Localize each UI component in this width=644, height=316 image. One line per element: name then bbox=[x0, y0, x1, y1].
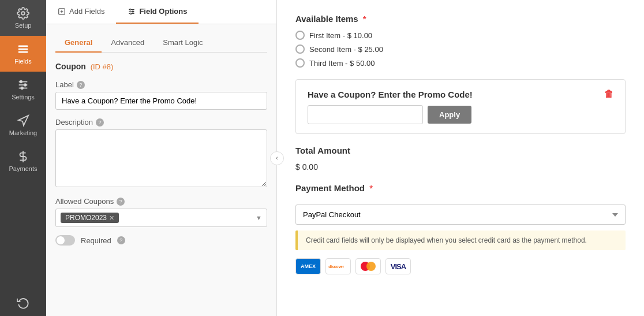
coupon-tag-remove[interactable]: ✕ bbox=[109, 214, 114, 222]
required-row: Required ? bbox=[55, 235, 267, 246]
tab-field-options[interactable]: Field Options bbox=[116, 0, 199, 24]
tab-add-fields[interactable]: Add Fields bbox=[46, 0, 116, 24]
svg-text:discover: discover bbox=[328, 265, 345, 269]
mastercard-icon bbox=[355, 258, 381, 274]
description-help-icon[interactable]: ? bbox=[96, 118, 104, 127]
sidebar-item-setup[interactable]: Setup bbox=[0, 0, 46, 36]
field-panel: Add Fields Field Options General Advance… bbox=[46, 0, 277, 316]
payment-method-title: Payment Method * bbox=[295, 183, 626, 193]
amex-icon: AMEX bbox=[295, 258, 321, 274]
svg-point-22 bbox=[366, 262, 376, 271]
field-title: Coupon (ID #8) bbox=[55, 62, 267, 71]
svg-point-17 bbox=[130, 9, 131, 10]
field-options-icon bbox=[128, 8, 136, 16]
svg-rect-3 bbox=[18, 51, 28, 53]
coupon-code-input[interactable] bbox=[308, 105, 423, 124]
radio-third bbox=[295, 58, 305, 68]
available-items-required-star: * bbox=[361, 14, 366, 24]
svg-point-8 bbox=[24, 84, 27, 86]
sidebar-item-payments[interactable]: Payments bbox=[0, 143, 46, 179]
credit-card-notice: Credit card fields will only be displaye… bbox=[295, 231, 626, 250]
svg-point-18 bbox=[133, 10, 134, 12]
coupon-input-row: Apply bbox=[308, 105, 613, 124]
description-label: Description ? bbox=[55, 118, 267, 127]
allowed-coupons-box[interactable]: PROMO2023 ✕ ▼ bbox=[55, 209, 267, 227]
total-title: Total Amount bbox=[295, 146, 626, 155]
svg-rect-1 bbox=[18, 46, 28, 47]
apply-button[interactable]: Apply bbox=[428, 106, 471, 124]
label-input[interactable] bbox=[55, 92, 267, 110]
collapse-panel-button[interactable]: ‹ bbox=[270, 151, 284, 165]
svg-point-0 bbox=[21, 12, 25, 15]
svg-point-19 bbox=[130, 13, 132, 14]
allowed-coupons-help-icon[interactable]: ? bbox=[117, 198, 125, 206]
add-fields-icon bbox=[58, 8, 66, 16]
sidebar-item-fields-label: Fields bbox=[14, 58, 31, 65]
required-help-icon[interactable]: ? bbox=[117, 236, 125, 244]
sidebar-item-settings[interactable]: Settings bbox=[0, 72, 46, 107]
total-section: Total Amount $ 0.00 bbox=[295, 146, 626, 172]
allowed-coupons-group: Allowed Coupons ? PROMO2023 ✕ ▼ bbox=[55, 197, 267, 227]
sub-tab-advanced[interactable]: Advanced bbox=[102, 34, 153, 53]
payment-method-select[interactable]: PayPal Checkout bbox=[295, 205, 626, 225]
visa-icon: VISA bbox=[385, 258, 411, 274]
sidebar: Setup Fields Settings Marketing Payments bbox=[0, 0, 46, 316]
history-icon bbox=[17, 296, 29, 309]
available-items-section: Available Items * First Item - $ 10.00 S… bbox=[295, 14, 626, 68]
item-third[interactable]: Third Item - $ 50.00 bbox=[295, 58, 626, 68]
radio-second bbox=[295, 44, 305, 54]
svg-rect-2 bbox=[18, 49, 28, 50]
total-amount: $ 0.00 bbox=[295, 162, 626, 172]
panel-tabs: Add Fields Field Options bbox=[46, 0, 276, 24]
fields-icon bbox=[17, 43, 29, 55]
description-group: Description ? bbox=[55, 118, 267, 189]
card-icons: AMEX discover VISA bbox=[295, 258, 626, 274]
tab-add-fields-label: Add Fields bbox=[69, 7, 104, 16]
label-help-icon[interactable]: ? bbox=[77, 81, 85, 89]
radio-first bbox=[295, 31, 305, 40]
preview-panel: Available Items * First Item - $ 10.00 S… bbox=[277, 0, 644, 316]
sidebar-item-payments-label: Payments bbox=[9, 165, 38, 172]
payment-section: Payment Method * PayPal Checkout Credit … bbox=[295, 183, 626, 274]
coupon-section-wrapper: Have a Coupon? Enter the Promo Code! 🗑 A… bbox=[295, 79, 626, 134]
item-second[interactable]: Second Item - $ 25.00 bbox=[295, 44, 626, 54]
available-items-title: Available Items * bbox=[295, 14, 626, 24]
sidebar-item-settings-label: Settings bbox=[12, 94, 35, 101]
coupons-dropdown-arrow[interactable]: ▼ bbox=[256, 214, 262, 221]
required-label: Required bbox=[81, 236, 111, 245]
sub-tab-smart-logic[interactable]: Smart Logic bbox=[153, 34, 212, 53]
sidebar-item-setup-label: Setup bbox=[15, 22, 32, 29]
allowed-coupons-label: Allowed Coupons ? bbox=[55, 197, 267, 206]
payments-icon bbox=[17, 150, 29, 163]
item-first[interactable]: First Item - $ 10.00 bbox=[295, 31, 626, 40]
gear-icon bbox=[17, 7, 29, 20]
payment-required-star: * bbox=[367, 183, 373, 193]
sidebar-item-history[interactable] bbox=[0, 289, 46, 316]
sidebar-item-fields[interactable]: Fields bbox=[0, 36, 46, 72]
label-label: Label ? bbox=[55, 80, 267, 89]
coupon-tag-promo2023: PROMO2023 ✕ bbox=[61, 213, 119, 223]
required-toggle[interactable] bbox=[55, 235, 75, 246]
description-textarea[interactable] bbox=[55, 129, 267, 187]
coupon-box-title: Have a Coupon? Enter the Promo Code! bbox=[308, 90, 473, 99]
svg-point-9 bbox=[21, 87, 23, 90]
sub-tab-general[interactable]: General bbox=[55, 34, 102, 53]
mastercard-svg bbox=[359, 261, 377, 272]
svg-point-7 bbox=[20, 81, 23, 83]
settings-icon bbox=[17, 79, 29, 91]
sidebar-item-marketing-label: Marketing bbox=[9, 129, 37, 136]
discover-svg: discover bbox=[328, 261, 349, 272]
sidebar-item-marketing[interactable]: Marketing bbox=[0, 107, 46, 143]
tab-field-options-label: Field Options bbox=[139, 7, 187, 16]
visa-label: VISA bbox=[391, 262, 406, 271]
sub-tabs: General Advanced Smart Logic bbox=[55, 34, 267, 53]
field-options-content: General Advanced Smart Logic Coupon (ID … bbox=[46, 24, 276, 316]
coupon-box-title-row: Have a Coupon? Enter the Promo Code! 🗑 bbox=[308, 89, 613, 99]
discover-icon: discover bbox=[325, 258, 351, 274]
field-id: (ID #8) bbox=[91, 62, 114, 71]
marketing-icon bbox=[17, 114, 29, 127]
coupon-trash-icon[interactable]: 🗑 bbox=[604, 89, 613, 99]
label-group: Label ? bbox=[55, 80, 267, 110]
